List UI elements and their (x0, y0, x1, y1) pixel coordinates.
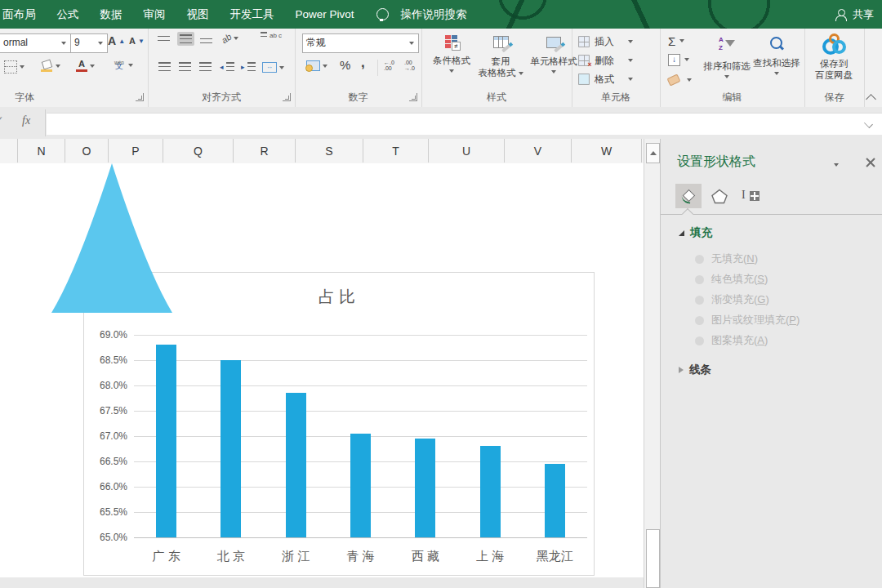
radio-icon[interactable] (695, 275, 704, 284)
menu-tab-power-pivot[interactable]: Power Pivot (285, 0, 365, 29)
percent-style-button[interactable]: % (340, 58, 350, 72)
dropdown-arrow-icon[interactable] (679, 39, 684, 42)
pane-tab-fill-line[interactable] (675, 184, 702, 208)
bar-西藏[interactable] (415, 439, 435, 537)
enter-icon[interactable]: ✓ (0, 114, 4, 127)
menu-tab-page-layout[interactable]: 面布局 (0, 0, 47, 29)
clear-button[interactable] (668, 72, 692, 88)
dropdown-arrow-icon[interactable] (449, 69, 454, 73)
radio-icon[interactable] (695, 296, 704, 305)
column-header-W[interactable]: W (572, 139, 642, 163)
fill-option-G[interactable]: 渐变填充(G) (695, 292, 769, 307)
font-name-combo[interactable]: ormal (0, 33, 71, 53)
scrollbar-thumb[interactable] (646, 529, 660, 588)
vertical-scrollbar[interactable] (644, 139, 661, 588)
column-header-stub[interactable] (0, 139, 18, 163)
dropdown-arrow-icon[interactable] (98, 42, 103, 45)
phonetic-guide-button[interactable]: wén文 (113, 59, 133, 72)
align-center-button[interactable] (179, 62, 191, 71)
increase-font-size-button[interactable]: A▲ (108, 34, 125, 47)
accounting-format-button[interactable] (306, 60, 327, 71)
dropdown-arrow-icon[interactable] (90, 65, 95, 68)
pane-close-icon[interactable] (865, 157, 876, 168)
dropdown-arrow-icon[interactable] (684, 58, 689, 61)
dropdown-arrow-icon[interactable] (687, 78, 692, 82)
increase-indent-button[interactable]: ▸ (241, 62, 256, 71)
fill-section-header[interactable]: 填充 (679, 225, 712, 240)
format-cells-button[interactable]: 格式 (577, 71, 633, 87)
save-to-baidu-button[interactable]: 保存到 百度网盘 (808, 32, 860, 81)
dropdown-arrow-icon[interactable] (409, 42, 414, 45)
menu-tab-data[interactable]: 数据 (90, 0, 133, 29)
dropdown-arrow-icon[interactable] (519, 72, 523, 75)
column-header-R[interactable]: R (234, 139, 296, 163)
decrease-font-size-button[interactable]: A▼ (129, 36, 145, 46)
dropdown-arrow-icon[interactable] (61, 42, 66, 45)
bell-shape[interactable] (45, 163, 184, 318)
bar-广东[interactable] (156, 345, 176, 537)
font-dialog-launcher[interactable] (136, 93, 144, 101)
radio-icon[interactable] (695, 316, 704, 325)
column-header-T[interactable]: T (363, 139, 429, 163)
column-header-O[interactable]: O (65, 139, 109, 163)
fill-color-button[interactable] (41, 60, 60, 72)
autosum-button[interactable]: Σ (668, 33, 684, 49)
orientation-button[interactable]: ab (221, 33, 238, 43)
decrease-indent-button[interactable]: ◂ (220, 62, 234, 71)
worksheet[interactable]: 占比 69.0%68.5%68.0%67.5%67.0%66.5%66.0%65… (0, 163, 644, 588)
column-header-V[interactable]: V (505, 139, 572, 163)
fill-option-S[interactable]: 纯色填充(S) (695, 272, 768, 287)
scroll-up-button[interactable] (646, 143, 660, 163)
delete-cells-button[interactable]: × 删除 (577, 52, 633, 69)
fill-option-N[interactable]: 无填充(N) (695, 252, 758, 266)
dropdown-arrow-icon[interactable] (628, 40, 633, 43)
font-color-button[interactable]: A (76, 60, 95, 72)
wrap-text-button[interactable]: ab c (261, 32, 282, 39)
line-section-header[interactable]: 线条 (679, 363, 711, 377)
number-dialog-launcher[interactable] (409, 93, 417, 101)
pane-tab-effects[interactable] (706, 184, 733, 208)
bar-黑龙江[interactable] (545, 464, 565, 537)
comma-style-button[interactable]: , (361, 55, 365, 71)
share-button[interactable]: 共享 (835, 0, 874, 29)
format-as-table-button[interactable]: 套用 表格格式 (477, 32, 524, 78)
column-header-N[interactable]: N (18, 139, 65, 163)
radio-icon[interactable] (695, 255, 704, 264)
dropdown-arrow-icon[interactable] (56, 65, 60, 68)
menu-tab-review[interactable]: 审阅 (133, 0, 176, 29)
fill-option-A[interactable]: 图案填充(A) (695, 333, 768, 348)
column-header-Q[interactable]: Q (163, 139, 234, 163)
formula-input[interactable] (47, 113, 882, 135)
alignment-dialog-launcher[interactable] (283, 93, 291, 101)
number-format-combo[interactable]: 常规 (302, 33, 419, 53)
column-header-S[interactable]: S (296, 139, 363, 163)
bar-浙江[interactable] (286, 393, 306, 537)
dropdown-arrow-icon[interactable] (628, 78, 633, 81)
bell-shape-path[interactable] (51, 163, 172, 313)
pane-menu-arrow-icon[interactable] (834, 163, 839, 167)
font-size-combo[interactable]: 9 (70, 33, 108, 53)
menu-tab-developer[interactable]: 开发工具 (220, 0, 285, 29)
align-left-button[interactable] (158, 62, 171, 71)
align-bottom-button[interactable] (200, 38, 212, 43)
tell-me-search[interactable]: 操作说明搜索 (390, 0, 478, 29)
menu-tab-formulas[interactable]: 公式 (47, 0, 90, 29)
align-right-button[interactable] (199, 62, 212, 71)
insert-function-button[interactable]: fx (22, 114, 30, 127)
collapse-ribbon-button[interactable] (867, 94, 875, 105)
increase-decimal-button[interactable]: ←.0 .00 (384, 60, 394, 71)
align-top-button[interactable] (158, 36, 170, 41)
dropdown-arrow-icon[interactable] (128, 64, 133, 67)
dropdown-arrow-icon[interactable] (724, 75, 729, 78)
bar-北京[interactable] (220, 360, 241, 537)
align-middle-button[interactable] (177, 32, 194, 46)
column-header-P[interactable]: P (109, 139, 163, 163)
fill-option-P[interactable]: 图片或纹理填充(P) (695, 313, 800, 327)
conditional-formatting-button[interactable]: ≠ 条件格式 (428, 32, 475, 73)
insert-cells-button[interactable]: 插入 (577, 33, 633, 50)
bar-上海[interactable] (480, 446, 501, 537)
column-header-U[interactable]: U (429, 139, 505, 163)
dropdown-arrow-icon[interactable] (323, 65, 327, 68)
menu-tab-view[interactable]: 视图 (176, 0, 220, 29)
fill-button[interactable]: ↓ (668, 51, 689, 68)
